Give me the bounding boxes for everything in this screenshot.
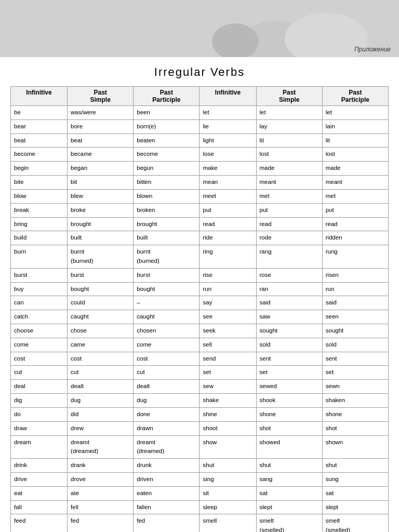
td-inf-r: lose	[200, 148, 256, 162]
td-ps-l: caught	[68, 310, 134, 324]
td-pp-r: shot	[322, 421, 388, 435]
td-pp-l: cost	[134, 352, 200, 366]
td-inf-l: dig	[11, 394, 68, 408]
td-pp-l: begun	[134, 162, 200, 176]
td-ps-r: saw	[256, 310, 322, 324]
td-ps-r: lit	[256, 134, 322, 148]
td-ps-l: fed	[68, 514, 134, 532]
td-ps-l: bit	[68, 176, 134, 190]
td-ps-r: shot	[256, 421, 322, 435]
td-pp-l: fallen	[134, 500, 200, 514]
table-row: dealdealtdealtsewsewedsewn	[11, 380, 389, 394]
td-inf-r: see	[200, 310, 256, 324]
td-inf-r: ring	[200, 245, 256, 269]
table-row: bringbroughtbroughtreadreadread	[11, 217, 389, 231]
td-ps-l: fell	[68, 500, 134, 514]
td-inf-l: catch	[11, 310, 68, 324]
td-ps-l: dug	[68, 394, 134, 408]
td-pp-r: made	[322, 162, 388, 176]
td-ps-r: sold	[256, 338, 322, 352]
table-row: burstburstburstriseroserisen	[11, 268, 389, 282]
table-row: choosechosechosenseeksoughtsought	[11, 324, 389, 338]
table-row: drinkdrankdrunkshutshutshut	[11, 459, 389, 473]
td-ps-r: rode	[256, 231, 322, 245]
td-ps-l: built	[68, 231, 134, 245]
td-pp-l: dug	[134, 394, 200, 408]
td-ps-l: bought	[68, 282, 134, 296]
td-pp-l: –	[134, 296, 200, 310]
td-ps-l: broke	[68, 203, 134, 217]
td-inf-r: let	[200, 106, 256, 120]
td-inf-l: cost	[11, 352, 68, 366]
td-pp-r: sold	[322, 338, 388, 352]
td-pp-r: let	[322, 106, 388, 120]
table-row: cutcutcutsetsetset	[11, 366, 389, 380]
td-pp-r: ridden	[322, 231, 388, 245]
td-inf-l: eat	[11, 486, 68, 500]
td-ps-l: brought	[68, 217, 134, 231]
td-pp-l: brought	[134, 217, 200, 231]
td-inf-r: set	[200, 366, 256, 380]
td-inf-l: draw	[11, 421, 68, 435]
td-inf-r: sleep	[200, 500, 256, 514]
td-pp-l: bitten	[134, 176, 200, 190]
td-inf-l: bear	[11, 119, 68, 134]
td-inf-r: sing	[200, 472, 256, 486]
td-ps-r: lost	[256, 148, 322, 162]
td-pp-r: shaken	[322, 394, 388, 408]
td-pp-r: sung	[322, 472, 388, 486]
td-ps-l: could	[68, 296, 134, 310]
table-row: beginbeganbegunmakemademade	[11, 162, 389, 176]
table-row: bitebitbittenmeanmeantmeant	[11, 176, 389, 190]
td-inf-r: mean	[200, 176, 256, 190]
header-past-participle-2: PastParticiple	[322, 87, 388, 106]
td-ps-r: ran	[256, 282, 322, 296]
td-inf-l: can	[11, 296, 68, 310]
td-pp-l: dreamt(dreamed)	[134, 435, 200, 459]
td-ps-r: rang	[256, 245, 322, 269]
td-inf-r: show	[200, 435, 256, 459]
table-row: burnburnt(burned)burnt(burned)ringrangru…	[11, 245, 389, 269]
td-ps-r: put	[256, 203, 322, 217]
td-inf-r: rise	[200, 268, 256, 282]
td-ps-l: blew	[68, 189, 134, 203]
td-inf-r: shine	[200, 407, 256, 421]
td-pp-r: run	[322, 282, 388, 296]
td-ps-r: sought	[256, 324, 322, 338]
td-pp-l: beaten	[134, 134, 200, 148]
td-ps-r: said	[256, 296, 322, 310]
header-past-simple-2: PastSimple	[256, 87, 322, 106]
header-infinitive-2: Infinitive	[200, 87, 256, 106]
td-pp-r: shown	[322, 435, 388, 459]
td-ps-r: meant	[256, 176, 322, 190]
td-pp-r: sent	[322, 352, 388, 366]
td-inf-l: come	[11, 338, 68, 352]
td-ps-l: burst	[68, 268, 134, 282]
td-ps-r: met	[256, 189, 322, 203]
table-row: blowblewblownmeetmetmet	[11, 189, 389, 203]
td-pp-l: drawn	[134, 421, 200, 435]
td-ps-r: shook	[256, 394, 322, 408]
td-pp-r: sewn	[322, 380, 388, 394]
td-pp-l: been	[134, 106, 200, 120]
td-inf-r: make	[200, 162, 256, 176]
td-inf-l: be	[11, 106, 68, 120]
td-ps-l: began	[68, 162, 134, 176]
td-pp-r: sought	[322, 324, 388, 338]
td-ps-l: bore	[68, 119, 134, 134]
td-inf-l: feed	[11, 514, 68, 532]
td-pp-r: rung	[322, 245, 388, 269]
table-row: drivedrovedrivensingsangsung	[11, 472, 389, 486]
td-ps-r: lay	[256, 119, 322, 134]
irregular-verbs-table: Infinitive PastSimple PastParticiple Inf…	[10, 86, 389, 532]
td-pp-r: shone	[322, 407, 388, 421]
table-row: catchcaughtcaughtseesawseen	[11, 310, 389, 324]
td-pp-l: bought	[134, 282, 200, 296]
td-pp-r: lost	[322, 148, 388, 162]
td-pp-r: slept	[322, 500, 388, 514]
td-inf-l: bring	[11, 217, 68, 231]
appendix-label: Приложение	[354, 46, 391, 53]
td-ps-l: dreamt(dreamed)	[68, 435, 134, 459]
td-ps-l: ate	[68, 486, 134, 500]
td-ps-r: shone	[256, 407, 322, 421]
